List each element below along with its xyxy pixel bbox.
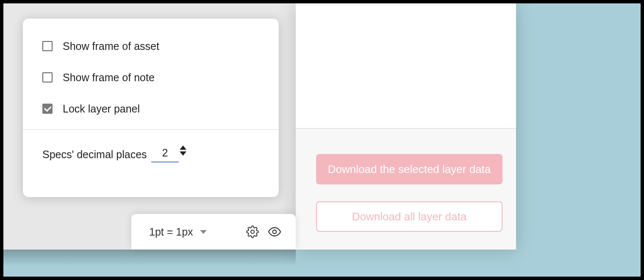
unit-scale-label: 1pt = 1px — [149, 226, 193, 238]
unit-scale-dropdown[interactable]: 1pt = 1px — [143, 223, 213, 241]
decimal-places-label: Specs' decimal places — [42, 148, 147, 161]
arrow-up-icon — [180, 145, 186, 150]
inspector-panel: Download the selected layer data Downloa… — [296, 3, 516, 250]
option-label: Show frame of asset — [63, 40, 159, 52]
checkbox-icon — [42, 72, 53, 82]
bottom-toolbar: 1pt = 1px — [131, 214, 296, 250]
option-label: Lock layer panel — [63, 103, 140, 115]
app-stage: Download the selected layer data Downloa… — [3, 3, 641, 277]
download-selected-button[interactable]: Download the selected layer data — [316, 154, 502, 184]
gear-icon — [246, 225, 259, 238]
chevron-down-icon — [200, 230, 207, 234]
svg-point-1 — [273, 230, 277, 234]
svg-point-0 — [251, 230, 254, 233]
option-lock-layer-panel[interactable]: Lock layer panel — [42, 93, 259, 124]
checkbox-icon — [42, 41, 53, 51]
visibility-button[interactable] — [265, 222, 284, 241]
decimal-places-value: 2 — [151, 147, 179, 162]
settings-popover: Show frame of asset Show frame of note L… — [23, 19, 279, 197]
download-all-button[interactable]: Download all layer data — [316, 201, 502, 232]
decimal-places-row: Specs' decimal places 2 — [23, 130, 279, 171]
decimal-places-input[interactable]: 2 — [151, 147, 179, 162]
settings-options-section: Show frame of asset Show frame of note L… — [23, 19, 279, 129]
settings-button[interactable] — [243, 222, 262, 241]
option-label: Show frame of note — [63, 71, 155, 84]
option-show-frame-asset[interactable]: Show frame of asset — [42, 30, 259, 62]
eye-icon — [267, 225, 282, 239]
decimal-places-stepper[interactable] — [180, 145, 186, 156]
option-show-frame-note[interactable]: Show frame of note — [42, 62, 259, 93]
inspector-preview-area — [296, 3, 516, 129]
arrow-down-icon — [180, 151, 186, 156]
checkbox-checked-icon — [42, 104, 53, 114]
